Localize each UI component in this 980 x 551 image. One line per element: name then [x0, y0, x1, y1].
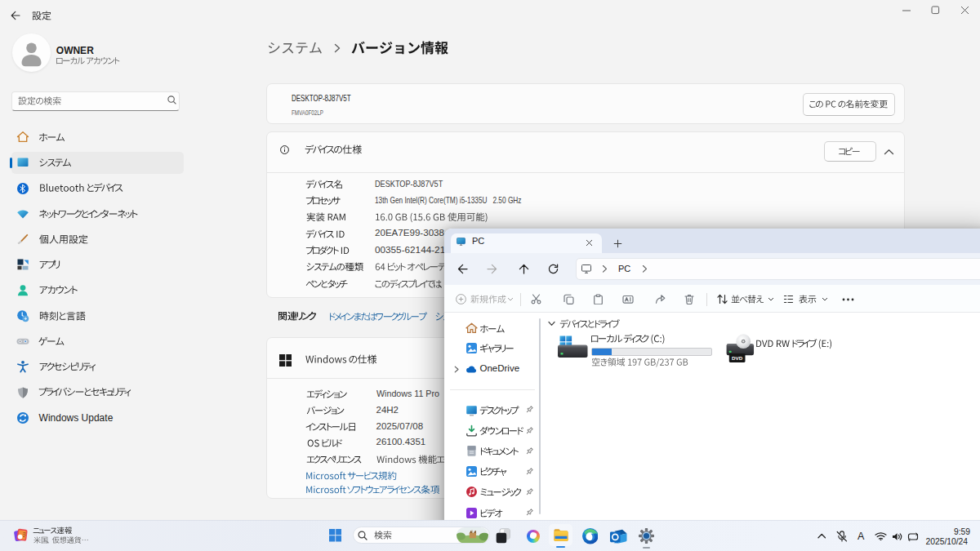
svg-text:DVD: DVD: [732, 355, 743, 361]
